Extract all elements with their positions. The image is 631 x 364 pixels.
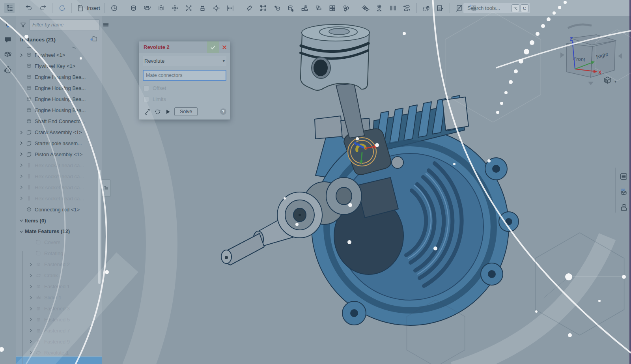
animate-play-icon[interactable] — [164, 108, 172, 116]
viewcube-front-face[interactable]: Front — [573, 56, 586, 63]
chevron-down-icon[interactable] — [18, 229, 25, 234]
close-button[interactable] — [219, 41, 230, 53]
tree-section[interactable]: Mate Features (12) — [16, 226, 102, 237]
tree-item[interactable]: Hex socket head ca... — [16, 193, 102, 204]
sidebar-scrollbar[interactable] — [98, 170, 101, 284]
chat-icon[interactable] — [3, 35, 13, 45]
tree-item[interactable]: Hex socket head ca... — [16, 171, 102, 182]
cylinder-icon[interactable] — [129, 3, 139, 13]
chevron-right-icon[interactable] — [27, 273, 34, 278]
accept-button[interactable] — [207, 41, 219, 53]
tree-item[interactable]: Hex socket head ca... — [16, 182, 102, 193]
tree-item[interactable]: Engine Housing Bea... — [16, 94, 102, 105]
rollback-icon[interactable] — [57, 3, 67, 13]
search-tools-input[interactable] — [467, 5, 510, 11]
redo-icon[interactable] — [37, 3, 48, 13]
view-cube[interactable]: Front Right Z X — [550, 22, 631, 91]
doc-strike-icon[interactable] — [454, 3, 465, 13]
tree-item[interactable]: Flywheel <1> — [16, 50, 102, 61]
tree-item-selected[interactable] — [16, 357, 102, 364]
panel-list-icon[interactable] — [618, 171, 629, 182]
chevron-right-icon[interactable] — [27, 262, 34, 267]
star-cylinder-icon[interactable] — [272, 3, 282, 13]
note-doc-icon[interactable] — [435, 3, 445, 13]
mate-connectors-input[interactable] — [144, 73, 226, 78]
chevron-right-icon[interactable] — [18, 196, 25, 201]
tree-item[interactable]: Piston Assembly <1> — [16, 149, 102, 160]
chevron-right-icon[interactable] — [18, 174, 25, 179]
tree-item[interactable]: Rotating — [16, 248, 102, 259]
tree-item[interactable]: Flywheel Key <1> — [16, 61, 102, 72]
chevron-right-icon[interactable] — [27, 328, 34, 333]
tree-item[interactable]: Engine Housing Bea... — [16, 83, 102, 94]
solve-button[interactable]: Solve — [174, 107, 198, 116]
tree-item[interactable]: Fastened 1 — [16, 281, 102, 292]
gears-icon[interactable] — [360, 3, 371, 13]
offset-checkbox[interactable]: Offset — [144, 85, 226, 91]
limits-checkbox[interactable]: Limits — [144, 96, 226, 102]
panel-part-icon[interactable] — [618, 202, 629, 213]
tree-item[interactable]: Connecting rod <1> — [16, 204, 102, 215]
tree-item[interactable]: Shaft End Connecto... — [16, 116, 102, 127]
tree-item[interactable]: Fastened 9 — [16, 336, 102, 347]
undo-icon[interactable] — [24, 3, 34, 13]
mate-connector-arrow-icon[interactable] — [144, 108, 151, 116]
tree-item[interactable]: Slider 1 — [16, 292, 102, 303]
pin-cylinder-icon[interactable] — [156, 3, 166, 13]
new-folder-icon[interactable] — [90, 35, 98, 44]
clock-icon[interactable] — [109, 3, 119, 13]
chevron-right-icon[interactable] — [18, 141, 25, 146]
gear-cluster-icon[interactable] — [341, 3, 351, 13]
chevron-right-icon[interactable] — [18, 163, 25, 168]
comb-icon[interactable] — [388, 3, 398, 13]
gear-star-icon[interactable] — [374, 3, 385, 13]
tree-item[interactable]: Fastened 3 — [16, 303, 102, 314]
chevron-right-icon[interactable] — [27, 295, 34, 300]
tree-item[interactable]: Covers — [16, 237, 102, 248]
tree-item[interactable]: Starter pole assem... — [16, 138, 102, 149]
tree-item[interactable]: Engine Housing Bea... — [16, 105, 102, 116]
stopwatch-icon[interactable] — [3, 65, 13, 75]
crosshair-move-icon[interactable] — [211, 3, 222, 13]
panel-collapse-tab[interactable] — [102, 179, 111, 197]
mate-type-dropdown[interactable]: Revolute ▾ — [143, 56, 226, 66]
revolve-cylinder-icon[interactable] — [142, 3, 153, 13]
tree-item[interactable]: Fastened 2 — [16, 259, 102, 270]
insert-button[interactable]: Insert — [76, 4, 100, 12]
user-parts-icon[interactable] — [300, 3, 310, 13]
chevron-right-icon[interactable] — [27, 339, 34, 344]
mate-connectors-field[interactable] — [143, 70, 226, 81]
filter-by-name-input[interactable] — [29, 19, 100, 30]
width-arrows-icon[interactable] — [225, 3, 235, 13]
chevron-right-icon[interactable] — [18, 53, 25, 58]
chevron-down-icon[interactable] — [18, 218, 25, 223]
search-tools-box[interactable]: C — [463, 3, 530, 13]
expand-arrows-icon[interactable] — [184, 3, 194, 13]
help-icon[interactable]: ? — [220, 108, 226, 115]
rotate-preview-icon[interactable] — [154, 108, 161, 116]
filter-funnel-icon[interactable] — [19, 21, 27, 29]
tree-item[interactable]: Fastened 5 — [16, 314, 102, 325]
tree-section[interactable]: Items (0) — [16, 215, 102, 226]
view-options-button[interactable]: ▾ — [603, 76, 616, 87]
toggle-arrows-icon[interactable] — [402, 3, 412, 13]
frame-cylinder-icon[interactable] — [421, 3, 431, 13]
tree-item[interactable]: Fastened 7 — [16, 325, 102, 336]
pattern-grid-icon[interactable] — [327, 3, 338, 13]
panel-box-grid-icon[interactable] — [618, 186, 629, 197]
move-cross-icon[interactable] — [170, 3, 180, 13]
paste-parts-icon[interactable] — [314, 3, 324, 13]
tree-item[interactable]: Hex socket head ca... — [16, 160, 102, 171]
select-cylinder-icon[interactable] — [286, 3, 296, 13]
tree-item[interactable]: Crank — [16, 270, 102, 281]
chevron-right-icon[interactable] — [18, 130, 25, 135]
chevron-right-icon[interactable] — [27, 284, 34, 289]
chevron-right-icon[interactable] — [18, 152, 25, 157]
chevron-right-icon[interactable] — [27, 317, 34, 322]
curved-arrows-icon[interactable] — [245, 3, 255, 13]
tree-item[interactable]: Crank Assembly <1> — [16, 127, 102, 138]
snap-fasten-icon[interactable] — [198, 3, 208, 13]
model-tree-icon[interactable] — [4, 3, 15, 13]
chevron-right-icon[interactable] — [27, 306, 34, 311]
chevron-right-icon[interactable] — [18, 185, 25, 190]
